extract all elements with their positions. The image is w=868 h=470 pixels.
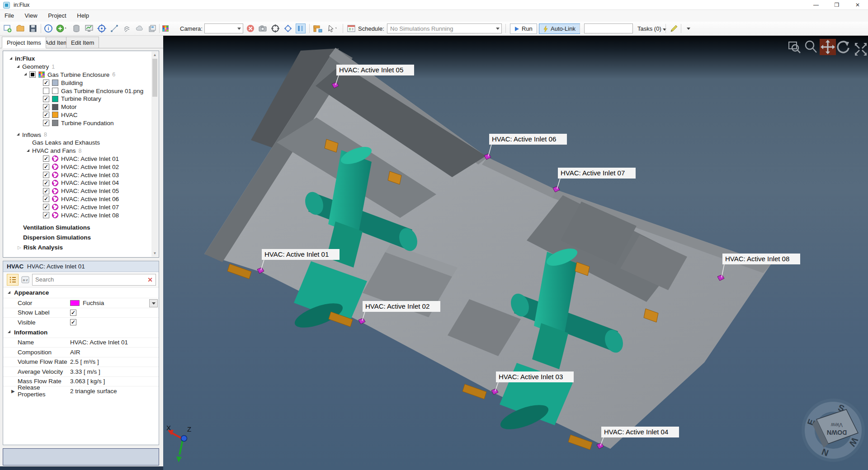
checkbox-checked[interactable]: ✓ (43, 204, 49, 210)
expand-icon[interactable] (27, 149, 29, 152)
edit-pencil-icon[interactable] (669, 24, 679, 33)
tree-item-hvac-and-fans[interactable]: HVAC and Fans8 (3, 147, 159, 155)
viewport-3d[interactable]: HVAC: Active Inlet 01 HVAC: Active Inlet… (163, 36, 868, 470)
tree-item-turbine-rotary[interactable]: ✓Turbine Rotary (3, 95, 159, 103)
tree-item-inlet-05[interactable]: ✓HVAC: Active Inlet 05 (3, 187, 159, 195)
collapse-icon[interactable]: ▷ (18, 245, 21, 250)
categorized-view-button[interactable] (7, 274, 19, 286)
checkbox-checked[interactable]: ✓ (43, 164, 49, 170)
quick-task-input[interactable] (584, 24, 633, 33)
tree-item-root[interactable]: in:Flux (3, 55, 159, 63)
checkbox-indeterminate[interactable] (29, 71, 36, 78)
property-row-release-properties[interactable]: ▶Release Properties2 triangle surface (3, 386, 159, 396)
checkbox-checked[interactable]: ✓ (43, 80, 49, 86)
maximize-button[interactable]: ❐ (826, 0, 847, 10)
scene-canvas[interactable]: HVAC: Active Inlet 01 HVAC: Active Inlet… (163, 36, 868, 470)
tree-item-risk-analysis[interactable]: ▷Risk Analysis (3, 244, 159, 252)
menu-help[interactable]: Help (72, 10, 94, 19)
focus-target-icon[interactable] (270, 24, 280, 33)
scroll-up-icon[interactable]: ▲ (151, 52, 158, 58)
tab-edit-item[interactable]: Edit Item (66, 37, 99, 48)
checkbox-checked[interactable]: ✓ (43, 196, 49, 202)
schedule-icon[interactable] (346, 24, 356, 33)
snapshot-icon[interactable] (258, 24, 268, 33)
scroll-thumb[interactable] (152, 59, 157, 97)
scroll-down-icon[interactable]: ▼ (151, 250, 158, 257)
draw-line-icon[interactable] (109, 24, 119, 33)
tree-item-inflows[interactable]: Inflows8 (3, 131, 159, 139)
auto-link-button[interactable]: Auto-Link (539, 24, 580, 34)
view-gizmo-icon[interactable] (283, 24, 293, 33)
tree-item-inlet-07[interactable]: ✓HVAC: Active Inlet 07 (3, 203, 159, 211)
tree-item-turbine-foundation[interactable]: ✓Turbine Foundation (3, 119, 159, 127)
checkbox-checked[interactable]: ✓ (43, 188, 49, 194)
search-input[interactable] (35, 276, 139, 283)
expand-icon[interactable] (24, 73, 27, 75)
color-dropdown-button[interactable] (149, 299, 158, 307)
select-cursor-icon[interactable] (326, 24, 336, 33)
tree-item-dispersion-simulations[interactable]: Dispersion Simulations (3, 234, 159, 242)
expand-icon[interactable] (8, 330, 10, 333)
camera-combo[interactable] (204, 24, 243, 33)
tree-item-inlet-01[interactable]: ✓HVAC: Active Inlet 01 (3, 155, 159, 163)
schedule-combo[interactable]: No Simulations Running (387, 24, 502, 33)
tree-item-gas-turbine-enclosure[interactable]: Gas Turbine Enclosure6 (3, 71, 159, 79)
tree-item-motor[interactable]: ✓Motor (3, 103, 159, 111)
tree-item-geometry[interactable]: Geometry1 (3, 63, 159, 71)
expand-icon[interactable] (17, 65, 19, 68)
tree-item-building[interactable]: ✓Building (3, 79, 159, 87)
checkbox-checked[interactable]: ✓ (43, 180, 49, 186)
tree-item-enclosure-png[interactable]: Gas Turbine Enclosure 01.png (3, 87, 159, 95)
checkbox-checked[interactable]: ✓ (43, 155, 49, 162)
expand-icon[interactable] (17, 133, 19, 136)
tree-item-inlet-04[interactable]: ✓HVAC: Active Inlet 04 (3, 179, 159, 187)
search-clear-icon[interactable]: ✕ (147, 276, 153, 283)
close-button[interactable]: ✕ (847, 0, 868, 10)
view-compass[interactable]: S E W N DOWN View (802, 399, 865, 462)
tree-item-inlet-08[interactable]: ✓HVAC: Active Inlet 08 (3, 211, 159, 219)
tree-item-inlet-03[interactable]: ✓HVAC: Active Inlet 03 (3, 171, 159, 179)
palette-icon[interactable] (162, 24, 172, 33)
tasks-dropdown[interactable]: Tasks (0) (637, 25, 666, 32)
new-project-icon[interactable] (3, 24, 13, 33)
layers-icon[interactable] (147, 24, 157, 33)
cloud-icon[interactable] (135, 24, 145, 33)
search-box[interactable]: ✕ (32, 274, 156, 286)
checkbox-checked[interactable]: ✓ (43, 120, 49, 126)
monitor-icon[interactable] (84, 24, 94, 33)
checkbox-checked[interactable]: ✓ (43, 212, 49, 218)
info-icon[interactable]: i (43, 24, 53, 33)
tree-item-inlet-06[interactable]: ✓HVAC: Active Inlet 06 (3, 195, 159, 203)
toolbar-overflow-icon[interactable] (684, 24, 693, 33)
menu-project[interactable]: Project (43, 10, 71, 19)
checkbox-checked[interactable]: ✓ (43, 104, 49, 110)
open-project-icon[interactable] (15, 24, 25, 33)
checkbox-checked[interactable]: ✓ (43, 172, 49, 178)
checkbox-checked[interactable]: ✓ (43, 96, 49, 102)
tree-item-ventilation-simulations[interactable]: Ventilation Simulations (3, 224, 159, 232)
tab-project-items[interactable]: Project Items (2, 37, 46, 48)
expand-right-icon[interactable]: ▶ (11, 389, 15, 394)
expand-icon[interactable] (9, 57, 12, 60)
section-information[interactable]: Information (3, 327, 159, 338)
measure-icon[interactable] (313, 24, 323, 33)
menu-view[interactable]: View (20, 10, 42, 19)
delete-camera-icon[interactable] (245, 24, 255, 33)
tree-item-gas-leaks[interactable]: Gas Leaks and Exhausts (3, 139, 159, 147)
menu-file[interactable]: File (0, 10, 19, 19)
pan-icon[interactable] (820, 39, 836, 55)
checkbox-checked[interactable]: ✓ (43, 112, 49, 118)
tree-scrollbar[interactable]: ▲ ▼ (151, 52, 158, 257)
ortho-view-toggle-icon[interactable] (296, 24, 306, 33)
target-icon[interactable] (97, 24, 107, 33)
expand-icon[interactable] (8, 291, 10, 294)
minimize-button[interactable]: — (806, 0, 826, 10)
alphabetical-sort-button[interactable]: a·z (19, 274, 31, 286)
section-appearance[interactable]: Appearance (3, 287, 159, 298)
visible-checkbox[interactable]: ✓ (70, 319, 76, 325)
tree-item-inlet-02[interactable]: ✓HVAC: Active Inlet 02 (3, 163, 159, 171)
tree-item-hvac[interactable]: ✓HVAC (3, 111, 159, 119)
checkbox-unchecked[interactable] (43, 88, 49, 94)
database-icon[interactable] (71, 24, 81, 33)
gas-vent-icon[interactable] (122, 24, 132, 33)
